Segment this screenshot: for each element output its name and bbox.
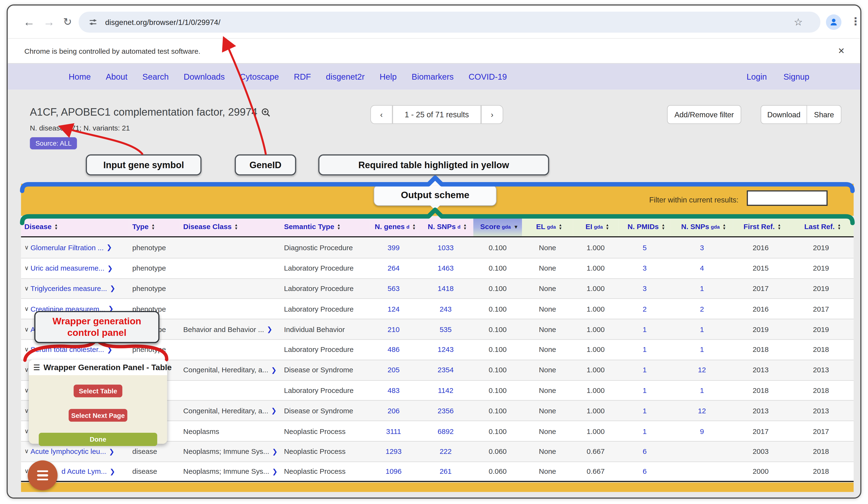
- disease-link[interactable]: Glomerular Filtration ...: [30, 243, 104, 252]
- profile-avatar[interactable]: [826, 14, 841, 30]
- filter-results-input[interactable]: [747, 190, 828, 206]
- disease-link[interactable]: d Acute Lym...: [61, 467, 107, 475]
- npmids-link[interactable]: 6: [643, 448, 647, 456]
- nav-item-disgenet2r[interactable]: disgenet2r: [326, 72, 365, 81]
- share-button[interactable]: Share: [807, 105, 841, 124]
- npmids-link[interactable]: 1: [643, 407, 647, 415]
- column-header-nsnps_gda[interactable]: N. SNPsgda▲▼: [671, 217, 733, 236]
- source-badge[interactable]: Source: ALL: [30, 137, 77, 149]
- expand-row-icon[interactable]: ∨: [24, 305, 29, 313]
- column-header-el[interactable]: ELgda▲▼: [522, 217, 573, 236]
- nsnps_gda-link[interactable]: 2: [700, 305, 704, 313]
- nav-item-home[interactable]: Home: [69, 72, 91, 81]
- disease-more-icon[interactable]: ❯: [109, 448, 114, 455]
- ngenes-link[interactable]: 563: [388, 284, 400, 293]
- expand-row-icon[interactable]: ∨: [24, 407, 29, 414]
- npmids-link[interactable]: 1: [643, 427, 647, 435]
- npmids-link[interactable]: 3: [643, 284, 647, 293]
- disease-more-icon[interactable]: ❯: [107, 264, 113, 272]
- column-header-lastref[interactable]: Last Ref.▲▼: [788, 217, 854, 236]
- nsnps-link[interactable]: 2354: [438, 366, 454, 374]
- npmids-link[interactable]: 3: [643, 264, 647, 273]
- column-header-ngenes[interactable]: N. genesd▲▼: [369, 217, 418, 236]
- nsnps-link[interactable]: 1142: [438, 386, 454, 395]
- infobar-close-icon[interactable]: ✕: [838, 46, 845, 56]
- column-header-disease[interactable]: Disease▲▼: [21, 217, 129, 236]
- npmids-link[interactable]: 2: [643, 305, 647, 313]
- panel-menu-icon[interactable]: ☰: [33, 363, 40, 372]
- ngenes-link[interactable]: 486: [388, 345, 400, 354]
- nsnps_gda-link[interactable]: 1: [700, 325, 704, 334]
- ngenes-link[interactable]: 206: [388, 407, 400, 415]
- nav-item-downloads[interactable]: Downloads: [184, 72, 225, 81]
- nav-item-about[interactable]: About: [106, 72, 127, 81]
- nsnps-link[interactable]: 1463: [438, 264, 454, 273]
- select-table-button[interactable]: Select Table: [74, 385, 122, 397]
- menu-fab-button[interactable]: [28, 460, 58, 490]
- npmids-link[interactable]: 1: [643, 345, 647, 354]
- disease-more-icon[interactable]: ❯: [110, 285, 115, 292]
- ngenes-link[interactable]: 210: [388, 325, 400, 334]
- address-bar[interactable]: disgenet.org/browser/1/1/0/29974/ ☆: [79, 11, 820, 33]
- done-button[interactable]: Done: [39, 433, 157, 446]
- site-info-icon[interactable]: [89, 18, 97, 27]
- reload-icon[interactable]: ↻: [63, 14, 72, 30]
- column-header-type[interactable]: Type▲▼: [129, 217, 180, 236]
- disease-link[interactable]: Serum total cholester...: [30, 345, 104, 354]
- expand-row-icon[interactable]: ∨: [24, 448, 29, 455]
- expand-row-icon[interactable]: ∨: [24, 346, 29, 353]
- expand-row-icon[interactable]: ∨: [24, 244, 29, 251]
- expand-row-icon[interactable]: ∨: [24, 387, 29, 394]
- disease-class-more-icon[interactable]: ❯: [267, 326, 272, 333]
- nsnps_gda-link[interactable]: 9: [700, 427, 704, 435]
- column-header-semtype[interactable]: Semantic Type▲▼: [281, 217, 369, 236]
- back-icon[interactable]: ←: [23, 14, 35, 30]
- nsnps_gda-link[interactable]: 12: [698, 366, 706, 374]
- ngenes-link[interactable]: 1293: [386, 448, 402, 456]
- ngenes-link[interactable]: 124: [388, 305, 400, 313]
- disease-more-icon[interactable]: ❯: [110, 467, 115, 475]
- expand-row-icon[interactable]: ∨: [24, 326, 29, 333]
- add-remove-filter-button[interactable]: Add/Remove filter: [667, 105, 741, 124]
- ngenes-link[interactable]: 399: [388, 243, 400, 252]
- column-header-nsnps[interactable]: N. SNPsd▲▼: [418, 217, 474, 236]
- expand-row-icon[interactable]: ∨: [24, 366, 29, 374]
- npmids-link[interactable]: 5: [643, 243, 647, 252]
- nsnps-link[interactable]: 1418: [438, 284, 454, 293]
- expand-row-icon[interactable]: ∨: [24, 265, 29, 272]
- nav-item-biomarkers[interactable]: Biomarkers: [412, 72, 454, 81]
- nav-item-covid-19[interactable]: COVID-19: [469, 72, 507, 81]
- nav-item-login[interactable]: Login: [746, 72, 767, 81]
- disease-class-more-icon[interactable]: ❯: [271, 407, 277, 414]
- disease-class-more-icon[interactable]: ❯: [272, 448, 277, 455]
- next-page-button[interactable]: ›: [481, 105, 503, 124]
- zoom-in-icon[interactable]: [261, 108, 270, 117]
- bookmark-star-icon[interactable]: ☆: [794, 16, 803, 28]
- nsnps_gda-link[interactable]: 1: [700, 345, 704, 354]
- nav-item-cytoscape[interactable]: Cytoscape: [240, 72, 279, 81]
- nsnps-link[interactable]: 6892: [438, 427, 454, 435]
- ngenes-link[interactable]: 483: [388, 386, 400, 395]
- nsnps_gda-link[interactable]: 3: [700, 243, 704, 252]
- nsnps_gda-link[interactable]: 12: [698, 407, 706, 415]
- nsnps-link[interactable]: 2356: [438, 407, 454, 415]
- nsnps_gda-link[interactable]: 4: [700, 264, 704, 273]
- npmids-link[interactable]: 1: [643, 325, 647, 334]
- disease-more-icon[interactable]: ❯: [106, 244, 112, 251]
- nav-item-rdf[interactable]: RDF: [294, 72, 311, 81]
- ngenes-link[interactable]: 205: [388, 366, 400, 374]
- disease-link[interactable]: Acute lymphocytic leu...: [30, 448, 106, 456]
- nav-item-signup[interactable]: Signup: [784, 72, 809, 81]
- nsnps-link[interactable]: 222: [440, 448, 452, 456]
- url-text[interactable]: disgenet.org/browser/1/1/0/29974/: [105, 18, 220, 27]
- select-next-page-button[interactable]: Select Next Page: [69, 409, 127, 422]
- column-header-dclass[interactable]: Disease Class▲▼: [180, 217, 281, 236]
- nsnps_gda-link[interactable]: 1: [700, 284, 704, 293]
- npmids-link[interactable]: 6: [643, 467, 647, 475]
- disease-link[interactable]: Uric acid measureme...: [30, 264, 104, 273]
- menu-dots-icon[interactable]: ⋮: [850, 15, 861, 28]
- disease-more-icon[interactable]: ❯: [107, 346, 112, 353]
- ngenes-link[interactable]: 1096: [386, 467, 402, 475]
- ngenes-link[interactable]: 264: [388, 264, 400, 273]
- ngenes-link[interactable]: 3111: [386, 427, 401, 435]
